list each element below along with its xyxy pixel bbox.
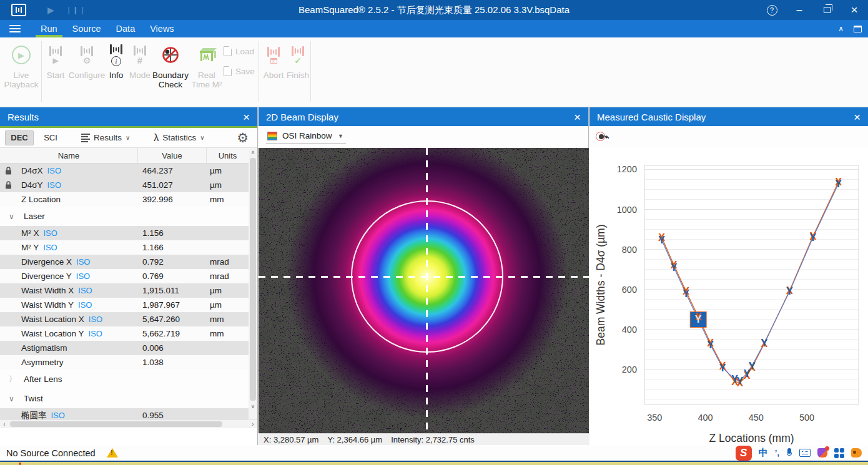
table-row[interactable]: D4σYISO451.027µm xyxy=(0,178,249,192)
marker-y[interactable]: Y xyxy=(786,286,793,296)
chevron-down-icon[interactable]: ∨ xyxy=(9,394,24,403)
marker-y[interactable]: Y xyxy=(658,235,665,245)
marker-y[interactable]: Y xyxy=(671,262,678,273)
horizontal-scroll-thumb[interactable] xyxy=(10,421,222,427)
punctuation-icon[interactable]: ’, xyxy=(775,448,779,458)
beam-panel-title: 2D Beam Display xyxy=(266,112,338,122)
marker-y[interactable]: Y xyxy=(707,340,714,350)
table-row[interactable]: Divergence YISO0.769mrad xyxy=(0,269,249,283)
scroll-right-icon[interactable]: › xyxy=(249,420,257,429)
group-row[interactable]: ∨Laser xyxy=(0,207,249,226)
sogou-logo-icon[interactable]: S xyxy=(736,446,752,461)
table-row[interactable]: Waist Width YISO1,987.967µm xyxy=(0,298,249,312)
caustic-chart[interactable]: 20040060080010001200350400450500Beam Wid… xyxy=(589,148,868,445)
chevron-down-icon: ∨ xyxy=(200,134,204,141)
caustic-close-icon[interactable]: × xyxy=(854,111,861,123)
results-dropdown[interactable]: Results ∨ xyxy=(75,130,136,146)
collapse-ribbon-icon[interactable]: ∧ xyxy=(838,24,844,33)
results-horizontal-scrollbar[interactable]: ‹ › xyxy=(0,419,257,428)
scroll-down-icon[interactable]: ∨ xyxy=(249,402,257,411)
palette-dropdown[interactable]: OSI Rainbow ▼ xyxy=(266,130,346,144)
table-row[interactable]: Divergence XISO0.792mrad xyxy=(0,255,249,269)
table-row[interactable]: Asymmetry1.038 xyxy=(0,355,249,370)
input-language-icon[interactable]: 中 xyxy=(759,447,768,459)
column-header-value[interactable]: Value xyxy=(137,148,206,163)
save-button[interactable]: Save xyxy=(224,66,255,76)
titlebar-beam-icon: ❘❙❘ xyxy=(66,6,86,14)
save-file-icon xyxy=(224,66,232,76)
menu-views[interactable]: Views xyxy=(142,20,181,37)
marker-y[interactable]: Y xyxy=(683,288,689,299)
load-button[interactable]: Load xyxy=(224,46,254,56)
table-row[interactable]: Waist Width XISO1,915.011µm xyxy=(0,283,249,298)
marker-y[interactable]: Y xyxy=(695,314,702,325)
panel-layout-icon[interactable] xyxy=(854,26,862,32)
menu-data[interactable]: Data xyxy=(109,20,143,37)
beam-close-icon[interactable]: × xyxy=(574,111,581,123)
microphone-icon[interactable] xyxy=(786,448,792,458)
marker-y[interactable]: Y xyxy=(761,338,767,348)
table-row[interactable]: M² YISO1.166 xyxy=(0,240,249,255)
beam-icon xyxy=(110,44,122,55)
column-header-units[interactable]: Units xyxy=(206,148,249,163)
results-settings-gear-icon[interactable]: ⚙ xyxy=(237,130,249,145)
marker-y[interactable]: Y xyxy=(749,361,756,371)
close-button[interactable]: × xyxy=(841,0,868,20)
keyboard-icon[interactable] xyxy=(799,449,811,457)
sci-toggle[interactable]: SCI xyxy=(36,130,65,145)
marker-y[interactable]: Y xyxy=(810,232,817,243)
table-row[interactable]: D4σXISO464.237µm xyxy=(0,164,249,178)
track-point-icon[interactable]: ⌁ xyxy=(596,130,609,144)
group-row[interactable]: ∨Twist xyxy=(0,389,249,408)
abort-beam-icon xyxy=(267,46,280,57)
menu-run[interactable]: Run xyxy=(33,20,65,37)
table-row[interactable]: 椭圆率ISO0.955 xyxy=(0,408,249,419)
results-vertical-scrollbar[interactable]: ∧ ∨ xyxy=(249,148,257,419)
boundary-check-button[interactable]: Boundary Check xyxy=(151,42,190,89)
info-button[interactable]: i Info xyxy=(105,42,127,80)
real-time-m2-button[interactable]: Real Time M² xyxy=(190,42,224,89)
emoji-icon[interactable] xyxy=(851,448,862,458)
results-close-icon[interactable]: × xyxy=(243,111,250,123)
help-button[interactable]: ? xyxy=(758,0,786,20)
result-name: 椭圆率 xyxy=(21,410,47,420)
skin-icon[interactable] xyxy=(817,448,827,458)
configure-button[interactable]: ⚙ Configure xyxy=(67,42,106,80)
dec-toggle[interactable]: DEC xyxy=(5,130,34,145)
toolbox-icon[interactable] xyxy=(834,448,844,458)
restore-button[interactable] xyxy=(813,0,841,20)
beam-toolbar: OSI Rainbow ▼ xyxy=(259,126,588,148)
finish-button[interactable]: ✓ Finish xyxy=(285,42,311,80)
marker-y[interactable]: Y xyxy=(736,376,743,386)
statistics-dropdown[interactable]: λ Statistics ∨ xyxy=(147,130,210,146)
minimize-button[interactable]: – xyxy=(786,0,813,20)
start-button[interactable]: ▶ Start xyxy=(42,42,69,80)
menu-source[interactable]: Source xyxy=(65,20,109,37)
mode-button[interactable]: # Mode xyxy=(127,42,152,80)
finish-label: Finish xyxy=(287,71,309,80)
beam-image[interactable] xyxy=(259,148,589,433)
marker-y[interactable]: Y xyxy=(719,363,726,373)
chevron-right-icon[interactable]: 〉 xyxy=(9,374,24,384)
y-tick-label: 400 xyxy=(622,325,637,335)
result-units xyxy=(206,226,249,240)
abort-button[interactable]: ✕ Abort xyxy=(261,42,286,80)
table-row[interactable]: Astigmatism0.006 xyxy=(0,341,249,355)
vertical-scroll-thumb[interactable] xyxy=(250,158,256,401)
result-units: mrad xyxy=(206,255,249,269)
table-row[interactable]: M² XISO1.156 xyxy=(0,226,249,240)
boundary-check-icon xyxy=(160,45,180,65)
group-row[interactable]: 〉After Lens xyxy=(0,370,249,389)
chevron-down-icon[interactable]: ∨ xyxy=(9,212,24,221)
live-playback-button[interactable]: ▶ Live Playback xyxy=(2,42,40,89)
table-row[interactable]: Waist Location YISO5,662.719mm xyxy=(0,326,249,341)
marker-y[interactable]: Y xyxy=(835,179,842,189)
warning-icon xyxy=(107,448,118,458)
column-header-name[interactable]: Name xyxy=(0,151,137,160)
table-row[interactable]: Waist Location XISO5,647.260mm xyxy=(0,312,249,326)
scroll-up-icon[interactable]: ∧ xyxy=(249,148,257,157)
table-row[interactable]: Z Location392.996mm xyxy=(0,192,249,207)
y-tick-label: 200 xyxy=(622,365,637,374)
hamburger-menu-icon[interactable] xyxy=(9,25,21,32)
scroll-left-icon[interactable]: ‹ xyxy=(0,420,9,429)
